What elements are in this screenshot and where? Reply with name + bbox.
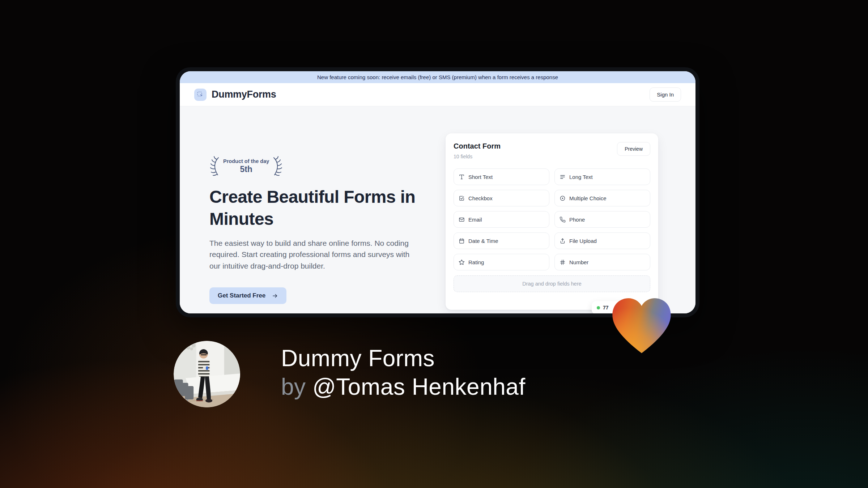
form-field-count: 10 fields <box>454 154 501 159</box>
checkbox-icon <box>459 195 465 201</box>
multiple-choice-icon <box>559 195 566 201</box>
arrow-right-icon <box>272 293 278 299</box>
author-avatar <box>174 341 240 407</box>
laurel-left-icon <box>209 156 220 176</box>
field-rating[interactable]: Rating <box>454 254 549 270</box>
field-label: Checkbox <box>468 195 493 201</box>
field-label: Long Text <box>569 174 593 180</box>
field-date-time[interactable]: Date & Time <box>454 232 549 249</box>
promo-stage: New feature coming soon: receive emails … <box>0 0 868 488</box>
field-label: Phone <box>569 217 585 223</box>
laurel-right-icon <box>272 156 283 176</box>
award-label: Product of the day <box>223 158 269 164</box>
email-icon <box>459 217 465 223</box>
hero-section: Product of the day 5th Create Beautiful … <box>180 106 695 313</box>
long-text-icon <box>559 174 566 180</box>
online-status-dot <box>597 306 600 309</box>
award-text: Product of the day 5th <box>223 158 269 174</box>
field-email[interactable]: Email <box>454 211 549 228</box>
star-icon <box>459 259 465 265</box>
footer-byline: Dummy Forms by @Tomas Henkenhaf <box>281 344 526 401</box>
field-checkbox[interactable]: Checkbox <box>454 190 549 206</box>
field-multiple-choice[interactable]: Multiple Choice <box>554 190 650 206</box>
field-label: Number <box>569 259 588 265</box>
hero-description: The easiest way to build and share onlin… <box>209 237 419 272</box>
preview-button[interactable]: Preview <box>617 142 650 156</box>
hash-icon <box>559 259 566 265</box>
field-label: Rating <box>468 259 484 265</box>
announcement-banner: New feature coming soon: receive emails … <box>180 71 695 83</box>
app-header: DummyForms Sign In <box>180 83 695 106</box>
avatar-photo-illustration <box>174 341 240 407</box>
field-file-upload[interactable]: File Upload <box>554 232 650 249</box>
form-builder-card: Contact Form 10 fields Preview Short Tex… <box>446 133 658 310</box>
get-started-label: Get Started Free <box>218 292 265 299</box>
get-started-button[interactable]: Get Started Free <box>209 287 286 304</box>
field-label: Short Text <box>468 174 493 180</box>
upload-icon <box>559 238 566 244</box>
hero-left-column: Product of the day 5th Create Beautiful … <box>209 156 426 304</box>
app-window: New feature coming soon: receive emails … <box>176 67 699 317</box>
hero-title: Create Beautiful Forms in Minutes <box>209 186 417 230</box>
calendar-icon <box>459 238 465 244</box>
drag-drop-text: Drag and drop fields here <box>522 281 582 287</box>
product-of-the-day-badge: Product of the day 5th <box>209 156 283 176</box>
sign-in-button[interactable]: Sign In <box>650 87 681 102</box>
gradient-heart-icon <box>607 294 676 357</box>
field-label: Email <box>468 217 482 223</box>
field-long-text[interactable]: Long Text <box>554 168 650 185</box>
footer-author-line: by @Tomas Henkenhaf <box>281 373 526 401</box>
award-rank: 5th <box>223 164 269 174</box>
app-window-content: New feature coming soon: receive emails … <box>180 71 695 313</box>
field-phone[interactable]: Phone <box>554 211 650 228</box>
field-label: Date & Time <box>468 238 498 244</box>
field-label: File Upload <box>569 238 597 244</box>
drag-drop-zone[interactable]: Drag and drop fields here <box>454 275 650 292</box>
field-type-grid: Short Text Long Text Checkbox Multi <box>454 168 650 270</box>
short-text-icon <box>459 174 465 180</box>
author-handle: @Tomas Henkenhaf <box>312 374 526 400</box>
byline-prefix: by <box>281 374 312 400</box>
brand-logo-icon <box>194 89 207 101</box>
field-short-text[interactable]: Short Text <box>454 168 549 185</box>
footer-title: Dummy Forms <box>281 344 526 373</box>
announcement-text: New feature coming soon: receive emails … <box>317 74 558 80</box>
form-card-header: Contact Form 10 fields Preview <box>454 142 650 159</box>
field-number[interactable]: Number <box>554 254 650 270</box>
brand-name: DummyForms <box>212 89 276 100</box>
form-title: Contact Form <box>454 142 501 150</box>
form-card-titles: Contact Form 10 fields <box>454 142 501 159</box>
phone-icon <box>559 217 566 223</box>
field-label: Multiple Choice <box>569 195 607 201</box>
